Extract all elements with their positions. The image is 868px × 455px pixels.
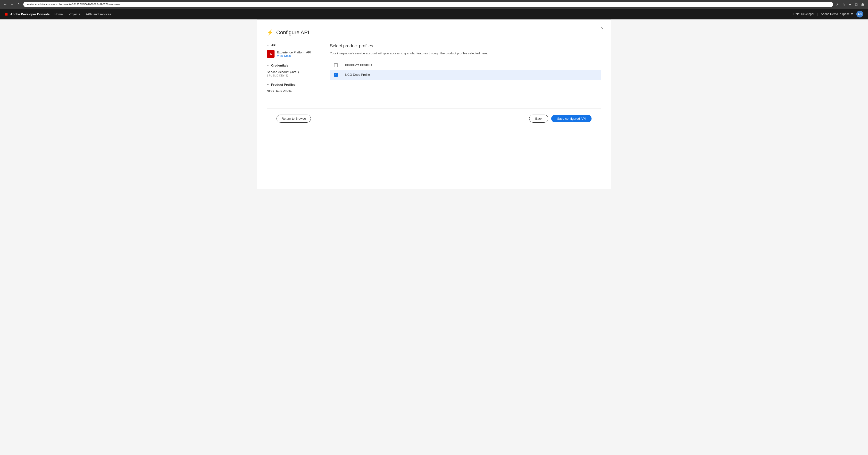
back-button[interactable]: Back: [529, 115, 548, 123]
chevron-down-icon: ▼: [850, 12, 854, 16]
service-account-name: Service Account (JWT): [267, 70, 320, 74]
adobe-brand-name: Adobe Developer Console: [10, 12, 50, 16]
window-icon: □: [854, 2, 859, 7]
api-name: Experience Platform API: [277, 51, 311, 54]
sidebar-credential-item: Service Account (JWT) 1 PUBLIC KEY(S): [267, 70, 320, 77]
reload-btn[interactable]: ↻: [17, 2, 21, 7]
credentials-chevron-icon: ▼: [267, 64, 269, 67]
content-description: Your integration's service account will …: [330, 51, 601, 56]
modal-body: ▼ API A Experience Platform API View Doc…: [267, 43, 601, 99]
save-configured-api-button[interactable]: Save configured API: [551, 115, 592, 122]
ncg-devs-profile-checkbox[interactable]: [334, 73, 338, 77]
ncg-devs-profile-name: NCG Devs Profile: [342, 70, 601, 80]
adobe-nav-links: Home Projects APIs and services: [54, 12, 794, 16]
extension-icon: ■: [847, 2, 852, 7]
browser-chrome: ← → ↻ developer.adobe.com/console/projec…: [0, 0, 868, 9]
url-bar[interactable]: developer.adobe.com/console/projects/261…: [23, 2, 833, 7]
api-section-chevron-icon: ▼: [267, 44, 269, 47]
user-avatar[interactable]: AD: [856, 11, 863, 18]
nav-link-projects[interactable]: Projects: [69, 12, 80, 16]
select-all-checkbox[interactable]: [334, 63, 338, 67]
product-profiles-chevron-icon: ▼: [267, 83, 269, 86]
row-checkbox-cell: [330, 70, 342, 80]
sidebar-api-section-header[interactable]: ▼ API: [267, 43, 320, 47]
browser-actions: ↗ ☆ ■ □ ☗: [835, 2, 865, 7]
return-to-browse-button[interactable]: Return to Browse: [276, 115, 311, 123]
nav-link-home[interactable]: Home: [54, 12, 63, 16]
table-body: NCG Devs Profile: [330, 70, 601, 80]
sort-icon[interactable]: ↓: [374, 64, 376, 67]
profile-icon: ☗: [860, 2, 865, 7]
back-nav-btn[interactable]: ←: [3, 2, 8, 7]
modal-close-button[interactable]: ×: [598, 25, 606, 32]
table-header-row: PRODUCT PROFILE ↓: [330, 61, 601, 70]
product-profiles-table: PRODUCT PROFILE ↓ NCG De: [330, 61, 601, 80]
product-profile-column-header: PRODUCT PROFILE ↓: [342, 61, 601, 70]
modal-footer: Return to Browse Back Save configured AP…: [267, 109, 601, 128]
sidebar-api-item: A Experience Platform API View Docs: [267, 50, 320, 58]
credentials-section-label: Credentials: [271, 64, 288, 67]
bookmark-icon: ☆: [841, 2, 846, 7]
sidebar-profile-item: NCG Devs Profile: [267, 89, 320, 93]
sidebar-api-info: Experience Platform API View Docs: [277, 51, 311, 58]
table-row: NCG Devs Profile: [330, 70, 601, 80]
select-all-checkbox-container: [334, 63, 338, 67]
select-all-header: [330, 61, 342, 70]
content-section-title: Select product profiles: [330, 43, 601, 49]
sidebar-product-profiles-section-header[interactable]: ▼ Product Profiles: [267, 83, 320, 86]
experience-platform-api-icon: A: [267, 50, 275, 58]
nav-separator: |: [817, 12, 818, 16]
nav-org-label[interactable]: Adobe Demo Purpose ▼: [821, 12, 854, 16]
modal-title: Configure API: [276, 29, 309, 36]
public-keys-count: 1 PUBLIC KEY(S): [267, 74, 320, 77]
url-text: developer.adobe.com/console/projects/261…: [26, 3, 120, 6]
sidebar-credentials-section-header[interactable]: ▼ Credentials: [267, 64, 320, 67]
sidebar-api-section: ▼ API A Experience Platform API View Doc…: [267, 43, 320, 58]
row-checkbox-container: [334, 73, 338, 77]
sidebar-product-profiles-section: ▼ Product Profiles NCG Devs Profile: [267, 83, 320, 93]
modal-overlay: × ⚡ Configure API ▼ API A Exper: [0, 20, 868, 455]
view-docs-link[interactable]: View Docs: [277, 54, 311, 58]
configure-api-icon: ⚡: [267, 29, 273, 36]
modal-main-content: Select product profiles Your integration…: [330, 43, 601, 99]
adobe-nav: ■ Adobe Developer Console Home Projects …: [0, 9, 868, 20]
modal-title-row: ⚡ Configure API: [267, 29, 601, 36]
modal-sidebar: ▼ API A Experience Platform API View Doc…: [267, 43, 330, 99]
nav-role-label: Role: Developer: [794, 12, 814, 16]
adobe-nav-right: Role: Developer | Adobe Demo Purpose ▼ A…: [794, 11, 863, 18]
sidebar-credentials-section: ▼ Credentials Service Account (JWT) 1 PU…: [267, 64, 320, 77]
adobe-logo: ■ Adobe Developer Console: [5, 11, 50, 17]
adobe-logo-icon: ■: [5, 11, 8, 17]
configure-api-modal: × ⚡ Configure API ▼ API A Exper: [257, 20, 611, 189]
share-icon: ↗: [835, 2, 840, 7]
forward-nav-btn[interactable]: →: [10, 2, 14, 7]
nav-link-apis[interactable]: APIs and services: [86, 12, 111, 16]
table-header: PRODUCT PROFILE ↓: [330, 61, 601, 70]
product-profiles-section-label: Product Profiles: [271, 83, 296, 86]
footer-right-buttons: Back Save configured API: [529, 115, 592, 123]
api-section-label: API: [271, 43, 276, 47]
